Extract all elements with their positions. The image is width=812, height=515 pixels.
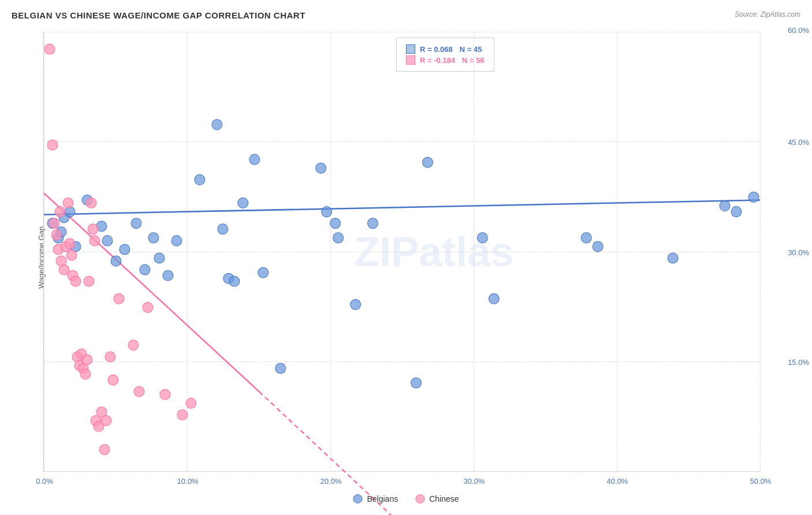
chart-title: BELGIAN VS CHINESE WAGE/INCOME GAP CORRE… xyxy=(12,10,306,20)
blue-point xyxy=(330,218,341,229)
blue-point xyxy=(218,224,228,234)
pink-point xyxy=(80,369,91,379)
y-tick-60: 60.0% xyxy=(788,26,809,35)
x-tick-0: 0.0% xyxy=(36,477,53,486)
legend-chinese-circle xyxy=(415,494,424,503)
blue-point xyxy=(422,157,433,167)
pink-point xyxy=(186,398,196,408)
chart-area: 45.0% 30.0% 15.0% 60.0% 0.0% 10.0% 20.0%… xyxy=(43,32,760,472)
blue-point xyxy=(120,244,130,255)
y-tick-30: 30.0% xyxy=(788,248,809,256)
blue-point xyxy=(351,299,361,309)
pink-point xyxy=(82,354,92,365)
blue-point xyxy=(212,120,222,130)
blue-point xyxy=(368,218,378,229)
blue-point xyxy=(154,253,165,263)
blue-point xyxy=(148,233,159,243)
blue-point xyxy=(333,233,344,243)
pink-point xyxy=(160,389,170,400)
source-text: Source: ZipAtlas.com xyxy=(735,10,800,18)
grid-line-bottom xyxy=(44,471,760,472)
bottom-legend: Belgians Chinese xyxy=(353,494,459,503)
blue-point xyxy=(195,174,205,185)
pink-point xyxy=(47,140,58,150)
legend-chinese-label: Chinese xyxy=(429,494,459,503)
blue-point xyxy=(668,253,678,263)
grid-line-v5: 50.0% xyxy=(760,32,761,471)
blue-point xyxy=(172,236,182,246)
blue-point xyxy=(163,270,173,281)
blue-point xyxy=(720,201,730,211)
pink-point xyxy=(105,352,116,362)
blue-point xyxy=(249,154,260,165)
x-tick-30: 30.0% xyxy=(464,477,485,486)
pink-point xyxy=(86,198,96,208)
blue-point xyxy=(238,198,248,208)
blue-point xyxy=(275,363,286,374)
pink-point xyxy=(128,340,139,350)
y-tick-15: 15.0% xyxy=(788,357,809,366)
blue-point xyxy=(593,241,603,252)
pink-point xyxy=(63,198,73,208)
blue-point xyxy=(581,233,591,243)
blue-point xyxy=(731,207,742,217)
pink-point xyxy=(90,236,100,246)
chart-svg xyxy=(44,32,760,471)
pink-point xyxy=(99,445,110,455)
y-tick-45: 45.0% xyxy=(788,138,809,147)
pink-point xyxy=(88,224,98,234)
blue-point xyxy=(111,256,121,266)
pink-point xyxy=(70,276,81,286)
x-tick-10: 10.0% xyxy=(177,477,199,486)
blue-point xyxy=(140,264,150,275)
blue-trend-line xyxy=(44,200,760,215)
pink-point xyxy=(114,293,124,304)
pink-point xyxy=(44,44,55,54)
pink-point xyxy=(51,230,62,240)
legend-belgians-circle xyxy=(353,494,362,503)
pink-point xyxy=(49,218,59,229)
legend-belgians-label: Belgians xyxy=(367,494,398,503)
blue-point xyxy=(748,192,759,202)
legend-belgians: Belgians xyxy=(353,494,398,503)
blue-point xyxy=(477,233,487,243)
blue-point xyxy=(322,207,332,217)
blue-point xyxy=(131,218,141,229)
blue-point xyxy=(229,276,240,286)
pink-point xyxy=(66,250,77,260)
pink-point xyxy=(177,409,188,420)
x-tick-20: 20.0% xyxy=(321,477,342,486)
pink-point xyxy=(84,276,94,286)
chart-container: BELGIAN VS CHINESE WAGE/INCOME GAP CORRE… xyxy=(0,0,812,515)
x-tick-50: 50.0% xyxy=(750,477,772,486)
pink-point xyxy=(108,375,118,385)
blue-point xyxy=(316,163,326,173)
pink-point xyxy=(55,207,65,217)
blue-point xyxy=(102,236,113,246)
blue-point xyxy=(489,293,499,304)
pink-point xyxy=(134,386,144,397)
x-tick-40: 40.0% xyxy=(607,477,628,486)
pink-point xyxy=(143,302,153,312)
pink-point xyxy=(101,415,111,426)
legend-chinese: Chinese xyxy=(415,494,459,503)
pink-point xyxy=(65,238,75,249)
blue-point xyxy=(411,378,421,388)
blue-point xyxy=(258,267,269,278)
